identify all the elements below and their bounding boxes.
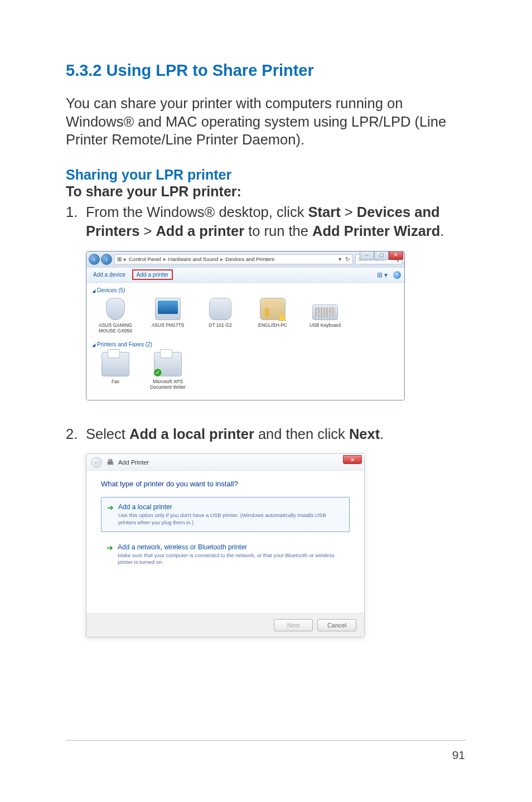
breadcrumb-c[interactable]: Devices and Printers [225, 256, 274, 262]
step-1-number: 1. [66, 203, 86, 240]
step-1-mid: to run the [244, 223, 312, 239]
step-2-number: 2. [66, 425, 86, 444]
step-1-start: Start [308, 204, 341, 220]
to-share-heading: To share your LPR printer: [66, 183, 466, 200]
device-xps-writer[interactable]: Microsoft XPS Document Writer [147, 352, 189, 390]
device-fax[interactable]: Fax [94, 352, 137, 390]
add-printer-link[interactable]: Add a printer [132, 269, 173, 280]
wizard-heading: What type of printer do you want to inst… [101, 480, 350, 488]
option-local-printer[interactable]: ➔ Add a local printer Use this option on… [101, 497, 350, 532]
section-heading: 5.3.2 Using LPR to Share Printer [66, 61, 466, 80]
device-webcam[interactable]: DT 101 G2 [199, 298, 241, 334]
printer-icon: 🖶 [107, 458, 114, 466]
step-1-body: From the Windows® desktop, click Start >… [86, 203, 466, 240]
step-2-next: Next [349, 426, 380, 442]
device-keyboard[interactable]: USB Keyboard [304, 298, 346, 334]
screenshot-devices-printers: – ▢ ✕ ‹ › ⊞ ▸ Control Panel ▸ Hardware a… [86, 251, 466, 400]
step-1-gt2: > [139, 223, 156, 239]
window-controls: – ▢ ✕ [360, 251, 403, 260]
breadcrumb-icon: ⊞ [117, 256, 122, 262]
breadcrumb-b[interactable]: Hardware and Sound [168, 256, 219, 262]
add-device-link[interactable]: Add a device [90, 270, 129, 279]
breadcrumb-a[interactable]: Control Panel [129, 256, 161, 262]
option-local-title: Add a local printer [118, 503, 344, 511]
step-2-mid: and then click [254, 426, 349, 442]
view-options-icon[interactable]: ⊞ ▾ [377, 271, 388, 279]
step-2-body: Select Add a local printer and then clic… [86, 425, 466, 444]
option-network-title: Add a network, wireless or Bluetooth pri… [118, 543, 344, 551]
printer-icon [154, 352, 182, 376]
mouse-icon [106, 298, 125, 320]
sharing-heading: Sharing your LPR printer [66, 166, 466, 184]
wizard-titlebar: ← 🖶 Add Printer ✕ [86, 454, 364, 471]
option-local-desc: Use this option only if you don't have a… [118, 512, 344, 526]
computer-icon [260, 298, 286, 320]
warning-badge-icon [278, 313, 286, 321]
address-bar[interactable]: ⊞ ▸ Control Panel ▸ Hardware and Sound ▸… [114, 254, 353, 264]
page-number: 91 [452, 748, 465, 762]
device-label: Microsoft XPS Document Writer [147, 379, 189, 390]
arrow-icon: ➔ [107, 544, 113, 566]
keyboard-icon [312, 305, 338, 320]
step-2-end: . [380, 426, 384, 442]
device-pc[interactable]: ENGLISH-PC [252, 298, 294, 334]
step-2: 2. Select Add a local printer and then c… [66, 425, 466, 444]
device-label: ASUS GAMING MOUSE GX950 [94, 322, 137, 334]
option-network-printer[interactable]: ➔ Add a network, wireless or Bluetooth p… [101, 538, 350, 572]
next-button[interactable]: Next [274, 619, 313, 631]
printers-group-header[interactable]: ◢Printers and Faxes (2) [91, 339, 400, 350]
nav-back-button[interactable]: ‹ [89, 254, 100, 265]
device-mouse[interactable]: ASUS GAMING MOUSE GX950 [94, 298, 137, 334]
monitor-icon [155, 298, 181, 320]
minimize-button[interactable]: – [360, 251, 374, 260]
step-1-add: Add a printer [156, 223, 244, 239]
device-label: Fax [94, 379, 137, 384]
step-2-text-a: Select [86, 426, 129, 442]
device-label: ASUS PM17TS [147, 322, 189, 328]
step-1-gt1: > [341, 204, 357, 220]
step-2-option: Add a local printer [129, 426, 254, 442]
footer-rule [66, 740, 466, 741]
webcam-icon [209, 298, 231, 320]
wizard-title: Add Printer [118, 459, 149, 466]
wizard-back-button[interactable]: ← [91, 457, 102, 468]
step-1-end: . [440, 223, 444, 239]
address-dropdown-icon[interactable]: ▾ [337, 256, 342, 262]
close-button[interactable]: ✕ [389, 251, 403, 260]
step-1-wizard: Add Printer Wizard [312, 223, 440, 239]
nav-forward-button[interactable]: › [101, 254, 112, 265]
help-icon[interactable]: ? [393, 271, 401, 279]
address-refresh-icon[interactable]: ↻ [345, 256, 350, 262]
device-label: ENGLISH-PC [252, 322, 294, 328]
wizard-close-button[interactable]: ✕ [343, 455, 362, 464]
intro-paragraph: You can share your printer with computer… [66, 94, 466, 149]
device-label: DT 101 G2 [199, 322, 241, 328]
maximize-button[interactable]: ▢ [374, 251, 389, 260]
screenshot-add-printer-wizard: ← 🖶 Add Printer ✕ What type of printer d… [86, 453, 466, 637]
step-1-text-a: From the Windows® desktop, click [86, 204, 308, 220]
step-1: 1. From the Windows® desktop, click Star… [66, 203, 466, 240]
cancel-button[interactable]: Cancel [317, 619, 356, 631]
option-network-desc: Make sure that your computer is connecte… [118, 552, 344, 566]
window-titlebar: – ▢ ✕ ‹ › ⊞ ▸ Control Panel ▸ Hardware a… [86, 252, 404, 267]
devices-group-header[interactable]: ◢Devices (5) [91, 285, 400, 296]
fax-icon [101, 352, 129, 376]
command-bar: Add a device Add a printer ⊞ ▾ ? [86, 267, 404, 283]
arrow-icon: ➔ [107, 504, 114, 526]
device-label: USB Keyboard [304, 322, 346, 328]
device-monitor[interactable]: ASUS PM17TS [147, 298, 189, 334]
